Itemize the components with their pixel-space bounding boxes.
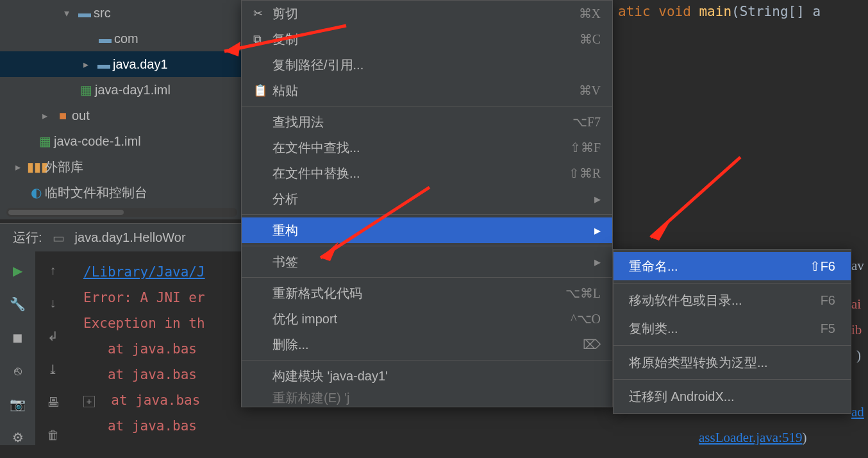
params: (String[] a [731,4,821,19]
editor-fragment: ) [856,348,861,364]
menu-separator [242,277,612,278]
chevron-right-icon: ▸ [594,191,601,207]
tree-item-com[interactable]: ▬ com [0,26,244,51]
menu-item-reformat[interactable]: 重新格式化代码 ⌥⌘L [242,280,612,306]
menu-item-delete[interactable]: 删除... ⌦ [242,332,612,357]
run-toolwindow-header: 运行: ▭ java.day1.HelloWor [0,223,244,251]
menu-separator [242,360,612,360]
submenu-item-move[interactable]: 移动软件包或目录... F6 [613,286,851,314]
method-name: main [699,4,731,19]
menu-separator [242,214,612,215]
tree-label: java-day1.iml [95,83,171,98]
console-line: at java.bas [83,413,603,439]
chevron-right-icon: ▸ [77,58,95,71]
menu-item-cut[interactable]: ✂ 剪切 ⌘X [242,1,612,26]
tree-item-iml1[interactable]: ▦ java-day1.iml [0,77,244,103]
project-tree: ▾ ▬ src ▬ com ▸ ▬ java.day1 ▦ java-day1.… [0,0,244,219]
folder-icon: ▬ [96,31,114,46]
menu-item-replace-in-files[interactable]: 在文件中替换... ⇧⌘R [242,160,612,186]
menu-item-rebuild[interactable]: 重新构建(E) 'j [242,389,612,407]
scratch-icon: ◐ [27,185,45,200]
library-icon: ▮▮▮ [27,159,45,174]
folder-icon: ▬ [76,6,94,21]
menu-separator [613,345,851,346]
tree-item-external-libs[interactable]: ▸ ▮▮▮ 外部库 [0,154,244,180]
menu-item-build-module[interactable]: 构建模块 'java-day1' [242,363,612,389]
up-arrow-icon[interactable]: ↑ [50,263,56,278]
chevron-right-icon: ▸ [9,161,27,173]
menu-item-find-usages[interactable]: 查找用法 ⌥F7 [242,109,612,135]
menu-separator [613,283,851,284]
menu-item-refactor[interactable]: 重构 ▸ [242,217,612,243]
tree-label: 外部库 [45,158,83,176]
window-icon: ▭ [53,230,65,246]
submenu-item-rename[interactable]: 重命名... ⇧F6 [613,252,851,280]
chevron-right-icon: ▸ [594,223,601,238]
tree-item-out[interactable]: ▸ ■ out [0,103,244,128]
menu-separator [242,246,612,246]
menu-item-copy[interactable]: ⧉ 复制 ⌘C [242,26,612,52]
editor-fragment: ai [851,296,861,312]
submenu-item-copy-class[interactable]: 复制类... F5 [613,314,851,343]
chevron-right-icon: ▸ [594,254,601,269]
context-menu: ✂ 剪切 ⌘X ⧉ 复制 ⌘C 复制路径/引用... 📋 粘贴 ⌘V 查找用法 … [241,0,613,407]
chevron-down-icon: ▾ [58,7,76,19]
chevron-right-icon: ▸ [36,110,54,122]
menu-item-analyze[interactable]: 分析 ▸ [242,186,612,212]
run-icon[interactable]: ▶ [10,263,26,278]
editor-area[interactable]: atic void main(String[] a [615,0,868,251]
submenu-item-generify[interactable]: 将原始类型转换为泛型... [613,348,851,377]
paste-icon: 📋 [253,83,272,98]
folder-icon: ▬ [95,57,113,72]
editor-fragment: av [851,258,864,274]
tree-label: java-code-1.iml [54,134,141,149]
editor-fragment: ib [851,322,862,338]
run-nav-toolbar: ↑ ↓ ↲ ⤓ 🖶 🗑 [35,251,71,443]
menu-item-copy-path[interactable]: 复制路径/引用... [242,52,612,78]
run-config-name: java.day1.HelloWor [75,230,186,245]
copy-icon: ⧉ [253,33,272,46]
exit-icon[interactable]: ⎋ [10,363,26,378]
tree-label: src [94,6,111,21]
menu-item-paste[interactable]: 📋 粘贴 ⌘V [242,78,612,103]
wrap-icon[interactable]: ↲ [47,328,58,344]
menu-separator [613,379,851,380]
menu-item-optimize-imports[interactable]: 优化 import ^⌥O [242,306,612,332]
folder-icon: ■ [54,108,72,123]
down-arrow-icon[interactable]: ↓ [50,296,56,310]
run-label: 运行: [13,229,42,246]
console-tail: assLoader.java:519) [699,430,807,446]
menu-item-find-in-files[interactable]: 在文件中查找... ⇧⌘F [242,135,612,160]
expand-icon[interactable]: + [83,396,95,407]
tree-item-src[interactable]: ▾ ▬ src [0,0,244,26]
wrench-icon[interactable]: 🔧 [10,296,26,312]
tree-item-iml2[interactable]: ▦ java-code-1.iml [0,128,244,154]
trash-icon[interactable]: 🗑 [47,428,60,443]
tree-scrollbar[interactable] [6,208,237,217]
scroll-icon[interactable]: ⤓ [47,362,58,377]
file-icon: ▦ [36,133,54,149]
run-left-toolbar: ▶ 🔧 ◼ ⎋ 📷 ⚙ [0,251,35,445]
editor-fragment: ad [851,404,864,420]
tree-label: com [114,31,138,46]
settings-icon[interactable]: ⚙ [10,430,26,445]
menu-separator [242,106,612,106]
tree-label: java.day1 [113,57,168,72]
refactor-submenu: 重命名... ⇧F6 移动软件包或目录... F6 复制类... F5 将原始类… [613,249,851,414]
file-icon: ▦ [77,82,95,98]
stop-icon[interactable]: ◼ [10,330,26,345]
tree-item-scratches[interactable]: ◐ 临时文件和控制台 [0,180,244,205]
camera-icon[interactable]: 📷 [10,396,26,412]
tree-label: 临时文件和控制台 [45,184,147,201]
print-icon[interactable]: 🖶 [47,395,60,410]
keyword: void [658,4,691,19]
menu-item-bookmarks[interactable]: 书签 ▸ [242,249,612,275]
keyword: atic [618,4,651,19]
console-link[interactable]: /Library/Java/J [83,264,205,280]
cut-icon: ✂ [253,6,272,21]
submenu-item-migrate-androidx[interactable]: 迁移到 AndroidX... [613,382,851,411]
tree-item-javaday1[interactable]: ▸ ▬ java.day1 [0,51,244,77]
tree-label: out [72,108,90,123]
